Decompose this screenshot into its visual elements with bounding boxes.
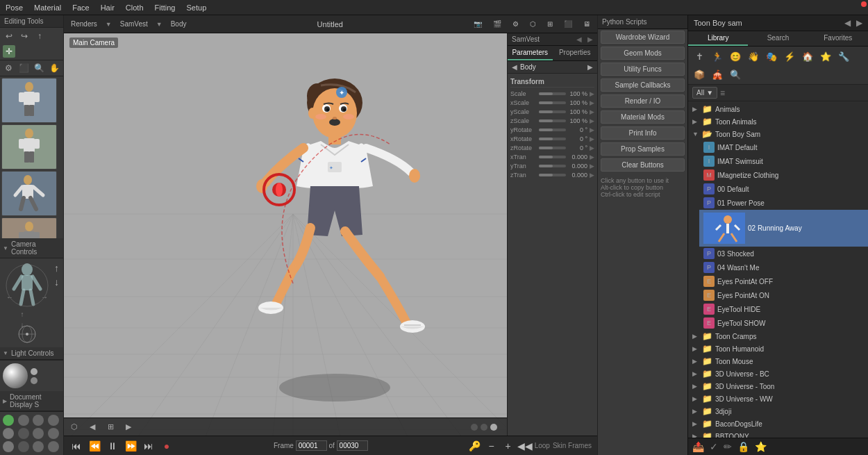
xtran-arrow[interactable]: ▶ (590, 154, 594, 160)
hand-icon[interactable]: ✋ (48, 62, 60, 74)
tree-toon-animals[interactable]: ▶ 📁 Toon Animals (688, 115, 868, 128)
menu-face[interactable]: Face (72, 3, 89, 12)
tab-search[interactable]: Search (748, 31, 808, 46)
display-ctrl-11[interactable] (33, 441, 44, 452)
tree-toon-boy-sam[interactable]: ▼ 📂 Toon Boy Sam (688, 128, 868, 140)
tree-toon-mouse[interactable]: ▶ 📁 Toon Mouse (688, 355, 868, 367)
menu-setup[interactable]: Setup (187, 3, 207, 12)
search-icon[interactable]: 🔍 (33, 62, 46, 74)
select-icon[interactable]: ✛ (3, 45, 15, 58)
vp-arrow-left[interactable]: ◀ (86, 421, 99, 433)
lib-icon-star[interactable]: ⭐ (819, 49, 833, 63)
display-ctrl-5[interactable] (3, 428, 14, 439)
step-forward-btn[interactable]: ⏩ (124, 439, 137, 453)
lib-bottom-star-icon[interactable]: ⭐ (755, 441, 767, 452)
tab-favorites[interactable]: Favorites (808, 31, 868, 46)
tab-properties[interactable]: Properties (553, 46, 598, 60)
move-up-icon[interactable]: ↑ (33, 30, 46, 42)
library-collapse-btn[interactable]: ◀ (844, 18, 851, 28)
yrotate-track[interactable] (539, 129, 566, 131)
rewind-btn[interactable]: ◀◀ (518, 439, 532, 453)
xtran-track[interactable] (539, 156, 566, 158)
all-selector[interactable]: All ▼ (692, 87, 717, 99)
vp-expand[interactable]: ⊞ (104, 421, 117, 433)
display-ctrl-9[interactable] (3, 441, 14, 452)
tree-toon-humanoid[interactable]: ▶ 📁 Toon Humanoid (688, 342, 868, 355)
viewport-icon2[interactable]: 🖥 (581, 19, 593, 29)
menu-material[interactable]: Material (34, 3, 61, 12)
params-expand-btn[interactable]: ▶ (587, 35, 593, 43)
camera-controls-section-label[interactable]: Camera Controls (0, 238, 63, 258)
light-dot-1[interactable] (31, 368, 37, 375)
display-ctrl-3[interactable] (33, 415, 44, 426)
viewport-camera-icon[interactable]: 📷 (471, 19, 485, 29)
vp-nav-icon[interactable]: ⬡ (68, 421, 81, 433)
thumbnail-1[interactable] (1, 78, 57, 123)
record-btn[interactable]: ● (160, 439, 174, 453)
menu-hair[interactable]: Hair (101, 3, 115, 12)
ztran-arrow[interactable]: ▶ (590, 172, 594, 179)
filter-icon[interactable]: ≡ (720, 88, 725, 98)
prop-samples-btn[interactable]: Prop Samples (601, 142, 685, 156)
tree-imat-default[interactable]: I IMAT Default (699, 140, 868, 154)
viewport-container[interactable]: ✦ ✦ (64, 33, 507, 436)
sample-callbacks-btn[interactable]: Sample Callbacks (601, 78, 685, 92)
ztran-track[interactable] (539, 174, 566, 176)
scale-arrow[interactable]: ▶ (590, 90, 594, 97)
plus-btn[interactable]: + (501, 439, 515, 453)
xrotate-track[interactable] (539, 138, 566, 140)
tree-04-wasnt-me[interactable]: P 04 Wasn't Me (699, 260, 868, 274)
lib-icon-light[interactable]: ⚡ (783, 49, 796, 63)
body-toolbar-label[interactable]: Body (168, 19, 190, 29)
redo-icon[interactable]: ↪ (18, 30, 31, 42)
display-ctrl-12[interactable] (48, 441, 59, 452)
lib-icon-scene[interactable]: 🎭 (765, 49, 778, 63)
skip-to-end-btn[interactable]: ⏭ (142, 439, 156, 453)
lib-icon-hand[interactable]: 👋 (746, 49, 760, 63)
params-collapse-btn[interactable]: ◀ (576, 35, 582, 43)
tree-02-running-away[interactable]: 02 Running Away (699, 210, 868, 247)
vp-dot-1[interactable] (471, 424, 478, 431)
lib-icon-figure[interactable]: 🏃 (710, 49, 724, 63)
display-ctrl-10[interactable] (18, 441, 29, 452)
xrotate-arrow[interactable]: ▶ (590, 135, 594, 142)
tree-baconbogs[interactable]: ▶ 📁 BaconDogsLife (688, 417, 868, 430)
skip-to-start-btn[interactable]: ⏮ (69, 439, 83, 453)
menu-cloth[interactable]: Cloth (126, 3, 144, 12)
tree-eyetool-show[interactable]: E EyeTool SHOW (699, 316, 868, 330)
viewport-icon1[interactable]: ⬛ (561, 19, 575, 29)
vp-dot-2[interactable] (481, 424, 487, 431)
cam-up-arrow[interactable]: ↑ (54, 263, 59, 274)
lib-bottom-check-icon[interactable]: ✓ (710, 441, 718, 452)
zscale-arrow[interactable]: ▶ (590, 117, 594, 124)
zrotate-track[interactable] (539, 147, 566, 149)
yscale-track[interactable] (539, 110, 566, 113)
tree-03-shocked[interactable]: P 03 Shocked (699, 247, 868, 260)
cam-down-arrow[interactable]: ↓ (54, 276, 59, 288)
display-ctrl-7[interactable] (33, 428, 44, 439)
lib-bottom-lock-icon[interactable]: 🔒 (737, 441, 749, 452)
viewport-settings-icon[interactable]: ⚙ (510, 19, 521, 29)
geom-mods-btn[interactable]: Geom Mods (601, 47, 685, 60)
lib-bottom-edit-icon[interactable]: ✏ (724, 441, 732, 452)
thumbnail-4[interactable] (1, 217, 57, 238)
wardrobe-wizard-btn[interactable]: Wardrobe Wizard (601, 31, 685, 44)
display-ctrl-1[interactable] (3, 415, 14, 426)
tree-eyetool-hide[interactable]: E EyeTool HIDE (699, 302, 868, 316)
undo-icon[interactable]: ↩ (3, 30, 15, 42)
tree-3d-toon[interactable]: ▶ 📁 3D Universe - Toon (688, 380, 868, 392)
key-icon[interactable]: 🔑 (468, 439, 482, 453)
render-io-btn[interactable]: Render / IO (601, 94, 685, 108)
yscale-arrow[interactable]: ▶ (590, 108, 594, 115)
tab-parameters[interactable]: Parameters (508, 46, 553, 60)
menu-pose[interactable]: Pose (6, 3, 23, 12)
tree-01-power-pose[interactable]: P 01 Power Pose (699, 196, 868, 210)
tree-3djoji[interactable]: ▶ 📁 3djoji (688, 405, 868, 417)
thumbnail-3[interactable] (1, 171, 57, 216)
tree-animals[interactable]: ▶ 📁 Animals (688, 103, 868, 115)
ytran-arrow[interactable]: ▶ (590, 163, 594, 169)
viewport-expand-icon[interactable]: ⊞ (544, 19, 556, 29)
frame-current-input[interactable] (296, 440, 327, 451)
tree-imagnetize[interactable]: M IMagnetize Clothing (699, 168, 868, 182)
lib-icon-search-filter[interactable]: 🔍 (728, 67, 742, 81)
